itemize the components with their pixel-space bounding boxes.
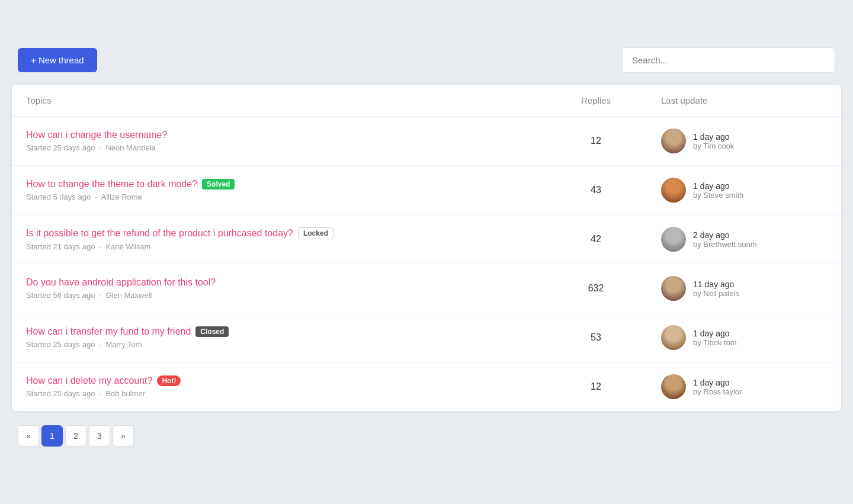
topic-rows-container: How can i change the username? Started 2…	[12, 117, 841, 411]
update-info: 2 day ago by Brethwett sonm	[693, 230, 757, 249]
topic-meta: Started 25 days ago · Marry Tom	[26, 340, 543, 349]
topic-badge: Hot!	[157, 375, 181, 386]
avatar	[661, 325, 686, 350]
avatar	[661, 178, 686, 203]
replies-count: 53	[543, 332, 649, 343]
last-update: 1 day ago by Steve smith	[649, 178, 827, 203]
table-header: Topics Replies Last update	[12, 85, 841, 117]
col-update-header: Last update	[649, 95, 827, 105]
topic-info: Do you have android application for this…	[26, 277, 543, 300]
update-time: 2 day ago	[693, 230, 757, 240]
topic-meta: Started 5 days ago · Allize Rome	[26, 192, 543, 201]
topic-meta: Started 25 days ago · Neon Mandela	[26, 143, 543, 152]
update-time: 1 day ago	[693, 378, 742, 387]
col-replies-header: Replies	[543, 95, 649, 105]
table-row: How can i change the username? Started 2…	[12, 117, 841, 166]
avatar	[661, 374, 686, 399]
update-time: 11 day ago	[693, 280, 739, 289]
topic-title[interactable]: Is it possible to get the refund of the …	[26, 227, 543, 239]
pagination-page-1[interactable]: 1	[41, 425, 63, 447]
avatar	[661, 227, 686, 252]
top-bar: + New thread	[12, 47, 841, 73]
topic-title[interactable]: How can i change the username?	[26, 130, 543, 140]
update-info: 1 day ago by Tibok tom	[693, 329, 737, 347]
replies-count: 12	[543, 381, 649, 392]
last-update: 1 day ago by Ross taylor	[649, 374, 827, 399]
col-topics-header: Topics	[26, 95, 543, 105]
pagination-page-2[interactable]: 2	[65, 425, 86, 447]
topic-info: How can i change the username? Started 2…	[26, 130, 543, 152]
pagination-next[interactable]: »	[113, 425, 134, 447]
replies-count: 42	[543, 234, 649, 245]
topic-info: How can i delete my account? Hot! Starte…	[26, 375, 543, 398]
update-by: by Neil patels	[693, 289, 739, 298]
topic-info: How can i transfer my fund to my friend …	[26, 326, 543, 349]
forum-table: Topics Replies Last update How can i cha…	[12, 85, 841, 411]
new-thread-button[interactable]: + New thread	[18, 48, 97, 72]
last-update: 1 day ago by Tibok tom	[649, 325, 827, 350]
topic-info: How to change the theme to dark mode? So…	[26, 179, 543, 201]
topic-meta: Started 25 days ago · Bob bulmer	[26, 389, 543, 398]
pagination: « 1 2 3 »	[12, 425, 841, 447]
topic-title[interactable]: How can i transfer my fund to my friend …	[26, 326, 543, 337]
replies-count: 43	[543, 185, 649, 195]
replies-count: 12	[543, 136, 649, 146]
last-update: 1 day ago by Tim cook	[649, 129, 827, 153]
update-info: 1 day ago by Steve smith	[693, 181, 743, 200]
search-input[interactable]	[622, 47, 835, 73]
last-update: 2 day ago by Brethwett sonm	[649, 227, 827, 252]
table-row: How to change the theme to dark mode? So…	[12, 166, 841, 215]
topic-badge: Locked	[298, 227, 333, 239]
topic-info: Is it possible to get the refund of the …	[26, 227, 543, 251]
pagination-page-3[interactable]: 3	[89, 425, 110, 447]
topic-title[interactable]: How to change the theme to dark mode? So…	[26, 179, 543, 190]
update-by: by Ross taylor	[693, 387, 742, 396]
replies-count: 632	[543, 283, 649, 294]
topic-title[interactable]: How can i delete my account? Hot!	[26, 375, 543, 386]
update-info: 11 day ago by Neil patels	[693, 280, 739, 298]
update-by: by Tibok tom	[693, 338, 737, 347]
update-info: 1 day ago by Ross taylor	[693, 378, 742, 396]
pagination-prev[interactable]: «	[18, 425, 39, 447]
topic-meta: Started 56 days ago · Glen Maxwell	[26, 291, 543, 300]
table-row: Do you have android application for this…	[12, 264, 841, 313]
update-by: by Tim cook	[693, 142, 734, 150]
update-by: by Steve smith	[693, 191, 743, 200]
topic-badge: Closed	[195, 326, 229, 337]
table-row: How can i transfer my fund to my friend …	[12, 313, 841, 362]
avatar	[661, 276, 686, 301]
table-row: Is it possible to get the refund of the …	[12, 215, 841, 264]
update-info: 1 day ago by Tim cook	[693, 132, 734, 150]
update-time: 1 day ago	[693, 132, 734, 142]
update-time: 1 day ago	[693, 181, 743, 191]
last-update: 11 day ago by Neil patels	[649, 276, 827, 301]
update-time: 1 day ago	[693, 329, 737, 338]
topic-badge: Solved	[202, 179, 235, 190]
table-row: How can i delete my account? Hot! Starte…	[12, 362, 841, 411]
topic-meta: Started 21 days ago · Kane William	[26, 242, 543, 251]
avatar	[661, 129, 686, 153]
update-by: by Brethwett sonm	[693, 240, 757, 249]
topic-title[interactable]: Do you have android application for this…	[26, 277, 543, 288]
